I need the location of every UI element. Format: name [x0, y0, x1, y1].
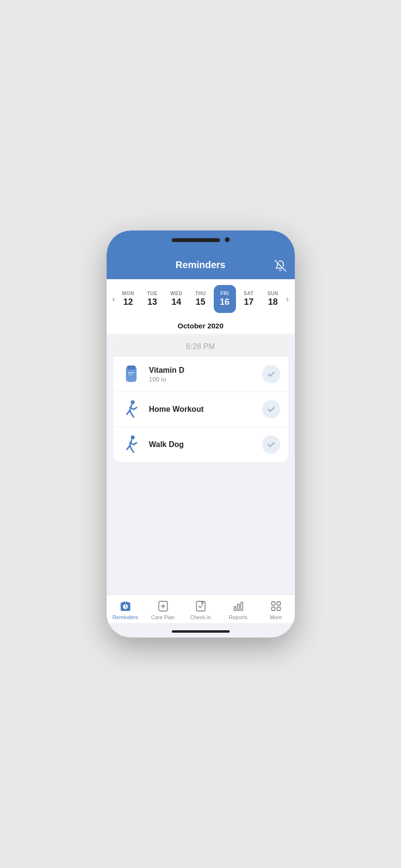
- checkin-label: Check-in: [190, 614, 211, 620]
- svg-rect-15: [234, 607, 236, 610]
- reports-icon: [232, 600, 245, 612]
- week-days: MON 12 TUE 13 WED 14 THU 15 FRI 16: [117, 285, 284, 313]
- reminder-item-home-workout: Home Workout: [113, 392, 288, 427]
- pill-icon: [122, 364, 141, 385]
- careplan-label: Care Plan: [151, 614, 175, 620]
- nav-reports[interactable]: Reports: [220, 600, 257, 620]
- app-header: Reminders: [107, 255, 295, 279]
- svg-rect-10: [126, 601, 127, 603]
- next-week-button[interactable]: ›: [284, 292, 291, 306]
- svg-rect-18: [272, 602, 275, 605]
- calendar-day-sun[interactable]: SUN 18: [262, 285, 284, 313]
- svg-rect-20: [272, 607, 275, 610]
- phone-frame: Reminders ‹ MON 12 TUE: [107, 231, 295, 637]
- reports-label: Reports: [229, 614, 248, 620]
- notch-pill: [172, 238, 220, 242]
- reminders-icon: [119, 600, 132, 612]
- svg-rect-21: [277, 607, 280, 610]
- svg-rect-19: [277, 602, 280, 605]
- home-workout-name: Home Workout: [149, 405, 255, 414]
- nav-reminders[interactable]: Reminders: [107, 600, 144, 620]
- walk-dog-text: Walk Dog: [149, 440, 255, 449]
- bell-off-icon[interactable]: [275, 260, 286, 274]
- vitamin-d-name: Vitamin D: [149, 366, 255, 375]
- nav-care-plan[interactable]: Care Plan: [144, 600, 182, 620]
- reminder-item-walk-dog: Walk Dog: [113, 427, 288, 462]
- svg-rect-2: [127, 366, 136, 369]
- calendar-day-fri[interactable]: FRI 16: [214, 285, 236, 313]
- reminder-item-vitamin-d: Vitamin D 100 iu: [113, 357, 288, 392]
- status-bar: [107, 231, 295, 255]
- careplan-icon: [157, 600, 169, 612]
- svg-rect-9: [124, 601, 125, 603]
- reminders-scroll-area: 6:28 PM Vitamin D 100 iu: [107, 334, 295, 637]
- page-title: Reminders: [176, 259, 225, 271]
- running-icon: [123, 399, 140, 420]
- more-label: More: [270, 614, 282, 620]
- time-slot-header: 6:28 PM: [113, 337, 288, 357]
- running-icon-2: [123, 434, 140, 455]
- svg-rect-16: [237, 604, 239, 610]
- vitamin-icon-wrap: [121, 364, 142, 385]
- svg-point-5: [131, 400, 135, 404]
- calendar-day-thu[interactable]: THU 15: [190, 285, 212, 313]
- svg-rect-14: [196, 601, 205, 611]
- workout-icon-wrap: [121, 399, 142, 420]
- calendar-day-mon[interactable]: MON 12: [117, 285, 139, 313]
- calendar-day-tue[interactable]: TUE 13: [141, 285, 164, 313]
- more-icon: [270, 600, 282, 612]
- walk-dog-icon-wrap: [121, 434, 142, 455]
- calendar-day-wed[interactable]: WED 14: [166, 285, 188, 313]
- calendar-day-sat[interactable]: SAT 17: [238, 285, 260, 313]
- walk-dog-check-button[interactable]: [262, 435, 280, 454]
- svg-point-6: [131, 435, 135, 439]
- svg-line-0: [275, 260, 286, 271]
- svg-rect-4: [128, 374, 133, 375]
- home-workout-text: Home Workout: [149, 405, 255, 414]
- vitamin-d-dosage: 100 iu: [149, 376, 255, 383]
- month-year-label: October 2020: [107, 317, 295, 334]
- reminder-card: 6:28 PM Vitamin D 100 iu: [113, 337, 288, 462]
- walk-dog-name: Walk Dog: [149, 440, 255, 449]
- reminders-label: Reminders: [112, 614, 138, 620]
- nav-more[interactable]: More: [257, 600, 295, 620]
- vitamin-d-text: Vitamin D 100 iu: [149, 366, 255, 383]
- vitamin-d-check-button[interactable]: [262, 365, 280, 383]
- svg-rect-17: [241, 602, 243, 610]
- prev-week-button[interactable]: ‹: [111, 292, 117, 306]
- notch-circle: [225, 237, 230, 242]
- home-indicator: [172, 630, 230, 633]
- calendar-strip: ‹ MON 12 TUE 13 WED 14 THU 15: [107, 279, 295, 317]
- bottom-navigation: Reminders Care Plan: [107, 595, 295, 623]
- checkin-icon: [194, 600, 207, 612]
- svg-rect-3: [128, 372, 135, 373]
- home-workout-check-button[interactable]: [262, 400, 280, 419]
- nav-checkin[interactable]: Check-in: [182, 600, 220, 620]
